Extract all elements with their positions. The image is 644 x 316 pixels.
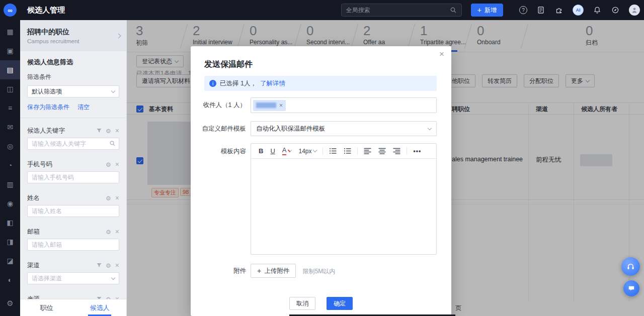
underline-icon[interactable]: U bbox=[267, 147, 278, 155]
ordered-list-icon[interactable] bbox=[326, 148, 340, 154]
gear-icon[interactable] bbox=[106, 160, 111, 169]
field-label: 候选人关键字 bbox=[27, 127, 65, 135]
chevron-right-icon bbox=[116, 33, 121, 38]
gear-icon[interactable] bbox=[106, 227, 111, 236]
user-avatar[interactable] bbox=[629, 5, 640, 16]
toolbar-divider bbox=[323, 147, 323, 155]
rail-mail-icon[interactable]: ✉ bbox=[0, 118, 20, 137]
align-right-icon[interactable] bbox=[389, 148, 404, 155]
rail-candidates-icon[interactable]: ▤ bbox=[0, 60, 20, 79]
remove-recipient-icon[interactable]: × bbox=[279, 102, 283, 109]
filter-field-email: 邮箱 bbox=[27, 227, 119, 251]
recipient-row: 收件人（1 人） × bbox=[191, 97, 451, 113]
learn-more-link[interactable]: 了解详情 bbox=[260, 79, 285, 88]
rail-interviews-icon[interactable]: ◫ bbox=[0, 79, 20, 98]
tab-jobs[interactable]: 职位 bbox=[20, 299, 73, 316]
funnel-icon[interactable] bbox=[97, 263, 102, 268]
cancel-button[interactable]: 取消 bbox=[289, 297, 315, 310]
ai-assistant-icon[interactable]: AI bbox=[573, 5, 584, 16]
field-label: 姓名 bbox=[27, 194, 40, 202]
email-template-select[interactable]: 自动化入职保温邮件模板 bbox=[251, 121, 437, 136]
phone-input[interactable] bbox=[27, 171, 119, 183]
rail-badge-icon[interactable]: ◉ bbox=[0, 194, 20, 213]
align-center-icon[interactable] bbox=[375, 148, 389, 155]
search-icon bbox=[450, 7, 457, 14]
remove-filter-icon[interactable] bbox=[115, 126, 119, 135]
more-tools-icon[interactable]: ••• bbox=[410, 148, 425, 155]
clear-filter-link[interactable]: 清空 bbox=[77, 103, 90, 112]
redacted-name bbox=[256, 102, 276, 108]
app-screen: 候选人管理 全局搜索 新增 AI bbox=[0, 0, 644, 316]
chat-bubble-icon bbox=[627, 284, 635, 292]
font-color-icon[interactable]: A bbox=[279, 147, 295, 155]
font-size-select[interactable]: 14px bbox=[295, 148, 320, 155]
filter-field-phone: 手机号码 bbox=[27, 160, 119, 183]
settings-icon[interactable]: ⚙ bbox=[0, 294, 20, 313]
keyword-input[interactable] bbox=[27, 138, 119, 150]
save-filter-link[interactable]: 保存为筛选条件 bbox=[27, 103, 69, 112]
channel-select[interactable]: 请选择渠道 bbox=[27, 272, 119, 284]
gear-icon[interactable] bbox=[106, 261, 111, 270]
remove-filter-icon[interactable] bbox=[115, 227, 119, 236]
notifications-bell-icon[interactable] bbox=[593, 6, 602, 15]
rail-target-icon[interactable]: ◎ bbox=[0, 137, 20, 156]
help-icon[interactable] bbox=[519, 6, 527, 14]
confirm-button[interactable]: 确定 bbox=[327, 297, 353, 310]
info-banner: i 已选择 1人， 了解详情 bbox=[204, 76, 437, 91]
gear-icon[interactable] bbox=[106, 126, 111, 135]
confirm-label: 确定 bbox=[334, 299, 346, 308]
page-title: 候选人管理 bbox=[27, 6, 65, 15]
rail-bar-chart-icon[interactable]: ▥ bbox=[0, 175, 20, 194]
job-section[interactable]: 招聘中的职位 Campus recruitment bbox=[20, 20, 126, 51]
topbar-icons: AI bbox=[519, 5, 644, 16]
close-icon[interactable]: × bbox=[439, 49, 444, 59]
new-button[interactable]: 新增 bbox=[471, 4, 503, 17]
keyword-input-wrap bbox=[27, 138, 119, 150]
email-input[interactable] bbox=[27, 239, 119, 251]
plugin-icon[interactable] bbox=[554, 6, 564, 15]
document-icon[interactable] bbox=[536, 6, 545, 15]
email-input-wrap bbox=[27, 239, 119, 251]
app-logo[interactable] bbox=[0, 4, 20, 17]
customer-service-button[interactable] bbox=[621, 257, 640, 276]
rail-insights-icon[interactable]: ◐ bbox=[0, 270, 20, 289]
chatbot-button[interactable] bbox=[623, 280, 639, 296]
default-filter-value: 默认筛选项 bbox=[32, 87, 62, 96]
topbar: 候选人管理 全局搜索 新增 AI bbox=[0, 0, 644, 20]
funnel-icon[interactable] bbox=[97, 128, 102, 133]
default-filter-select[interactable]: 默认筛选项 bbox=[27, 85, 119, 97]
tab-candidates-label: 候选人 bbox=[90, 303, 110, 312]
rail-pie-chart-icon[interactable]: ◔ bbox=[0, 156, 20, 175]
tab-candidates[interactable]: 候选人 bbox=[73, 299, 127, 316]
template-label: 自定义邮件模板 bbox=[191, 125, 246, 133]
rail-jobs-icon[interactable]: ▣ bbox=[0, 41, 20, 60]
plus-icon bbox=[257, 267, 261, 275]
remove-filter-icon[interactable] bbox=[115, 261, 119, 270]
toolbar-divider bbox=[407, 147, 407, 155]
rail-org-icon[interactable]: ≡ bbox=[0, 98, 20, 118]
headset-icon bbox=[626, 262, 635, 271]
unordered-list-icon[interactable] bbox=[340, 148, 355, 154]
field-label: 渠道 bbox=[27, 261, 40, 270]
remove-filter-icon[interactable] bbox=[115, 160, 119, 169]
chevron-down-icon bbox=[313, 148, 317, 152]
global-search-input[interactable]: 全局搜索 bbox=[341, 4, 462, 17]
rail-user-icon[interactable]: ◧ bbox=[0, 213, 20, 232]
name-input[interactable] bbox=[27, 205, 119, 217]
align-left-icon[interactable] bbox=[360, 148, 375, 155]
rail-talent-pool-icon[interactable]: ◪ bbox=[0, 251, 20, 270]
bold-icon[interactable]: B bbox=[255, 147, 267, 155]
job-section-subtitle: Campus recruitment bbox=[27, 38, 79, 44]
upload-attachment-button[interactable]: 上传附件 bbox=[251, 264, 296, 278]
gear-icon[interactable] bbox=[106, 193, 111, 202]
compass-icon[interactable] bbox=[611, 6, 620, 15]
toolbar-divider bbox=[357, 147, 358, 155]
tab-jobs-label: 职位 bbox=[40, 303, 53, 312]
logo-icon bbox=[4, 4, 17, 17]
recipient-input[interactable]: × bbox=[251, 97, 437, 113]
rail-dashboard-icon[interactable]: ▦ bbox=[0, 22, 20, 41]
rail-people-icon[interactable]: ◨ bbox=[0, 232, 20, 251]
attachment-label: 附件 bbox=[191, 267, 246, 275]
remove-filter-icon[interactable] bbox=[115, 193, 119, 202]
editor-content-area[interactable] bbox=[251, 159, 436, 255]
